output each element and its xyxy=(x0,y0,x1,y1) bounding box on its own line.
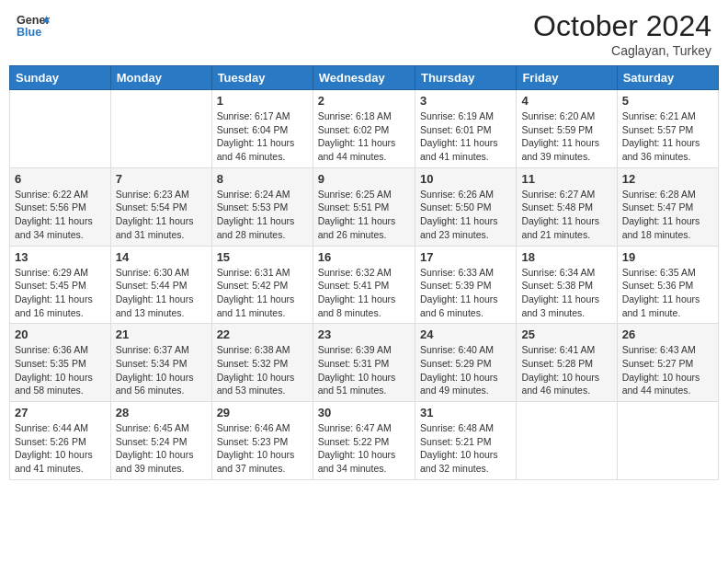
calendar-cell: 8Sunrise: 6:24 AM Sunset: 5:53 PM Daylig… xyxy=(211,167,313,246)
calendar-cell: 22Sunrise: 6:38 AM Sunset: 5:32 PM Dayli… xyxy=(211,324,313,402)
day-detail: Sunrise: 6:35 AM Sunset: 5:36 PM Dayligh… xyxy=(622,266,713,320)
day-number: 18 xyxy=(521,250,611,264)
day-detail: Sunrise: 6:31 AM Sunset: 5:42 PM Dayligh… xyxy=(217,266,308,320)
calendar-week-row: 13Sunrise: 6:29 AM Sunset: 5:45 PM Dayli… xyxy=(10,246,719,324)
day-number: 8 xyxy=(217,172,308,186)
calendar-week-row: 20Sunrise: 6:36 AM Sunset: 5:35 PM Dayli… xyxy=(10,324,719,402)
day-detail: Sunrise: 6:20 AM Sunset: 5:59 PM Dayligh… xyxy=(521,109,611,164)
day-detail: Sunrise: 6:44 AM Sunset: 5:26 PM Dayligh… xyxy=(15,421,106,476)
calendar-week-row: 27Sunrise: 6:44 AM Sunset: 5:26 PM Dayli… xyxy=(10,402,719,480)
day-detail: Sunrise: 6:25 AM Sunset: 5:51 PM Dayligh… xyxy=(318,188,410,242)
calendar-cell xyxy=(10,90,111,168)
weekday-header: Sunday xyxy=(10,66,111,90)
day-detail: Sunrise: 6:48 AM Sunset: 5:21 PM Dayligh… xyxy=(420,421,511,476)
day-detail: Sunrise: 6:40 AM Sunset: 5:29 PM Dayligh… xyxy=(420,343,511,397)
calendar-cell: 24Sunrise: 6:40 AM Sunset: 5:29 PM Dayli… xyxy=(415,324,516,402)
calendar-cell: 7Sunrise: 6:23 AM Sunset: 5:54 PM Daylig… xyxy=(110,167,211,246)
calendar-cell: 20Sunrise: 6:36 AM Sunset: 5:35 PM Dayli… xyxy=(10,324,111,402)
day-number: 31 xyxy=(420,406,511,419)
calendar-cell xyxy=(110,90,211,168)
day-number: 7 xyxy=(116,172,207,186)
logo-icon: General Blue xyxy=(17,9,50,42)
day-detail: Sunrise: 6:38 AM Sunset: 5:32 PM Dayligh… xyxy=(217,343,308,397)
calendar-cell: 10Sunrise: 6:26 AM Sunset: 5:50 PM Dayli… xyxy=(415,167,516,246)
calendar-cell: 4Sunrise: 6:20 AM Sunset: 5:59 PM Daylig… xyxy=(517,90,617,168)
day-detail: Sunrise: 6:33 AM Sunset: 5:39 PM Dayligh… xyxy=(420,266,511,320)
calendar-cell: 25Sunrise: 6:41 AM Sunset: 5:28 PM Dayli… xyxy=(517,324,617,402)
day-detail: Sunrise: 6:24 AM Sunset: 5:53 PM Dayligh… xyxy=(217,188,308,242)
day-number: 28 xyxy=(116,406,207,419)
weekday-header: Tuesday xyxy=(211,66,313,90)
calendar-cell: 26Sunrise: 6:43 AM Sunset: 5:27 PM Dayli… xyxy=(617,324,718,402)
day-detail: Sunrise: 6:23 AM Sunset: 5:54 PM Dayligh… xyxy=(116,188,207,242)
day-detail: Sunrise: 6:36 AM Sunset: 5:35 PM Dayligh… xyxy=(15,343,106,397)
day-detail: Sunrise: 6:26 AM Sunset: 5:50 PM Dayligh… xyxy=(420,188,511,242)
calendar-cell: 2Sunrise: 6:18 AM Sunset: 6:02 PM Daylig… xyxy=(313,90,415,168)
calendar-cell: 21Sunrise: 6:37 AM Sunset: 5:34 PM Dayli… xyxy=(110,324,211,402)
day-number: 29 xyxy=(217,406,308,419)
calendar-cell: 6Sunrise: 6:22 AM Sunset: 5:56 PM Daylig… xyxy=(10,167,111,246)
calendar-cell: 14Sunrise: 6:30 AM Sunset: 5:44 PM Dayli… xyxy=(110,246,211,324)
calendar-cell xyxy=(617,402,718,480)
day-detail: Sunrise: 6:32 AM Sunset: 5:41 PM Dayligh… xyxy=(318,266,410,320)
day-detail: Sunrise: 6:46 AM Sunset: 5:23 PM Dayligh… xyxy=(217,421,308,476)
day-detail: Sunrise: 6:47 AM Sunset: 5:22 PM Dayligh… xyxy=(318,421,410,476)
day-detail: Sunrise: 6:17 AM Sunset: 6:04 PM Dayligh… xyxy=(217,109,308,164)
calendar-header-row: SundayMondayTuesdayWednesdayThursdayFrid… xyxy=(10,66,719,90)
calendar-cell: 31Sunrise: 6:48 AM Sunset: 5:21 PM Dayli… xyxy=(415,402,516,480)
calendar-cell: 19Sunrise: 6:35 AM Sunset: 5:36 PM Dayli… xyxy=(617,246,718,324)
day-number: 22 xyxy=(217,327,308,341)
day-detail: Sunrise: 6:34 AM Sunset: 5:38 PM Dayligh… xyxy=(521,266,611,320)
month-title: October 2024 xyxy=(533,9,711,43)
weekday-header: Saturday xyxy=(617,66,718,90)
calendar-cell: 3Sunrise: 6:19 AM Sunset: 6:01 PM Daylig… xyxy=(415,90,516,168)
day-number: 20 xyxy=(15,327,106,341)
day-number: 4 xyxy=(521,94,611,108)
calendar-cell: 12Sunrise: 6:28 AM Sunset: 5:47 PM Dayli… xyxy=(617,167,718,246)
calendar-cell: 29Sunrise: 6:46 AM Sunset: 5:23 PM Dayli… xyxy=(211,402,313,480)
day-number: 24 xyxy=(420,327,511,341)
calendar-cell xyxy=(517,402,617,480)
day-detail: Sunrise: 6:28 AM Sunset: 5:47 PM Dayligh… xyxy=(622,188,713,242)
day-number: 5 xyxy=(622,94,713,108)
day-detail: Sunrise: 6:41 AM Sunset: 5:28 PM Dayligh… xyxy=(521,343,611,397)
weekday-header: Friday xyxy=(517,66,617,90)
day-detail: Sunrise: 6:22 AM Sunset: 5:56 PM Dayligh… xyxy=(15,188,106,242)
day-number: 3 xyxy=(420,94,511,108)
weekday-header: Wednesday xyxy=(313,66,415,90)
location-title: Caglayan, Turkey xyxy=(533,43,711,58)
day-number: 6 xyxy=(15,172,106,186)
day-number: 1 xyxy=(217,94,308,108)
day-number: 25 xyxy=(521,327,611,341)
calendar-cell: 15Sunrise: 6:31 AM Sunset: 5:42 PM Dayli… xyxy=(211,246,313,324)
day-number: 11 xyxy=(521,172,611,186)
day-number: 17 xyxy=(420,250,511,264)
day-number: 13 xyxy=(15,250,106,264)
svg-text:Blue: Blue xyxy=(17,26,41,39)
calendar-cell: 28Sunrise: 6:45 AM Sunset: 5:24 PM Dayli… xyxy=(110,402,211,480)
day-detail: Sunrise: 6:27 AM Sunset: 5:48 PM Dayligh… xyxy=(521,188,611,242)
calendar-cell: 5Sunrise: 6:21 AM Sunset: 5:57 PM Daylig… xyxy=(617,90,718,168)
day-number: 23 xyxy=(318,327,410,341)
calendar-cell: 17Sunrise: 6:33 AM Sunset: 5:39 PM Dayli… xyxy=(415,246,516,324)
day-detail: Sunrise: 6:37 AM Sunset: 5:34 PM Dayligh… xyxy=(116,343,207,397)
day-number: 10 xyxy=(420,172,511,186)
calendar-cell: 16Sunrise: 6:32 AM Sunset: 5:41 PM Dayli… xyxy=(313,246,415,324)
day-number: 9 xyxy=(318,172,410,186)
day-number: 14 xyxy=(116,250,207,264)
calendar-cell: 18Sunrise: 6:34 AM Sunset: 5:38 PM Dayli… xyxy=(517,246,617,324)
day-number: 12 xyxy=(622,172,713,186)
day-number: 16 xyxy=(318,250,410,264)
calendar-cell: 13Sunrise: 6:29 AM Sunset: 5:45 PM Dayli… xyxy=(10,246,111,324)
day-number: 19 xyxy=(622,250,713,264)
day-number: 2 xyxy=(318,94,410,108)
calendar-cell: 11Sunrise: 6:27 AM Sunset: 5:48 PM Dayli… xyxy=(517,167,617,246)
day-number: 30 xyxy=(318,406,410,419)
calendar-week-row: 6Sunrise: 6:22 AM Sunset: 5:56 PM Daylig… xyxy=(10,167,719,246)
weekday-header: Thursday xyxy=(415,66,516,90)
calendar-cell: 27Sunrise: 6:44 AM Sunset: 5:26 PM Dayli… xyxy=(10,402,111,480)
day-number: 15 xyxy=(217,250,308,264)
title-block: October 2024 Caglayan, Turkey xyxy=(533,9,711,58)
day-detail: Sunrise: 6:30 AM Sunset: 5:44 PM Dayligh… xyxy=(116,266,207,320)
calendar-table: SundayMondayTuesdayWednesdayThursdayFrid… xyxy=(9,65,719,480)
